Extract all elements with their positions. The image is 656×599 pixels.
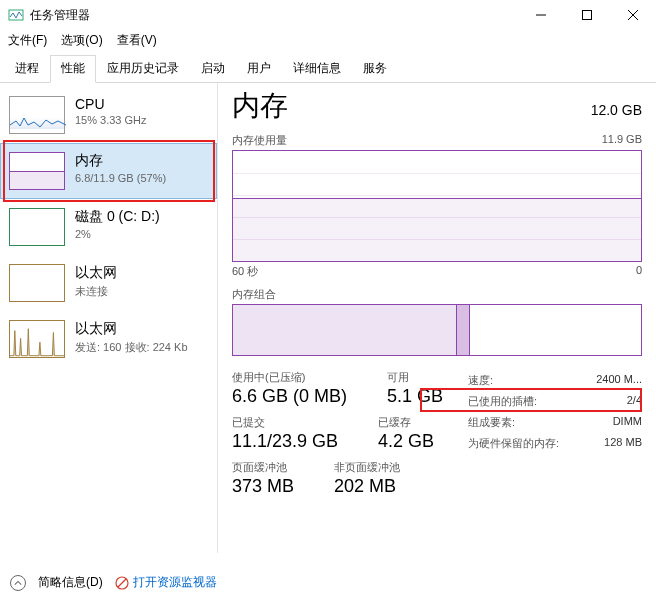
spec-speed-label: 速度: bbox=[468, 373, 493, 388]
footer: 简略信息(D) 打开资源监视器 bbox=[10, 574, 217, 591]
usage-chart-max: 11.9 GB bbox=[602, 133, 642, 148]
sidebar-disk-sub: 2% bbox=[75, 228, 160, 240]
stats-right: 速度: 2400 M... 已使用的插槽: 2/4 组成要素: DIMM 为硬件… bbox=[462, 370, 642, 505]
tab-startup[interactable]: 启动 bbox=[190, 55, 236, 83]
close-button[interactable] bbox=[610, 0, 656, 30]
spec-speed-value: 2400 M... bbox=[596, 373, 642, 388]
cpu-thumb-icon bbox=[9, 96, 65, 134]
spec-reserved-label: 为硬件保留的内存: bbox=[468, 436, 559, 451]
open-resmon-label: 打开资源监视器 bbox=[133, 574, 217, 591]
ethernet-thumb-icon bbox=[9, 264, 65, 302]
stat-inuse-label: 使用中(已压缩) bbox=[232, 370, 347, 385]
resmon-icon bbox=[115, 576, 129, 590]
svg-rect-2 bbox=[583, 11, 592, 20]
sidebar-item-disk[interactable]: 磁盘 0 (C: D:) 2% bbox=[0, 199, 217, 255]
window-title: 任务管理器 bbox=[30, 7, 518, 24]
sidebar: CPU 15% 3.33 GHz 内存 6.8/11.9 GB (57%) 磁盘… bbox=[0, 83, 218, 553]
menu-bar: 文件(F) 选项(O) 查看(V) bbox=[0, 30, 656, 50]
sidebar-cpu-label: CPU bbox=[75, 96, 147, 112]
sidebar-eth2-label: 以太网 bbox=[75, 320, 188, 338]
chevron-up-icon[interactable] bbox=[10, 575, 26, 591]
stat-inuse-value: 6.6 GB (0 MB) bbox=[232, 386, 347, 407]
stat-paged-label: 页面缓冲池 bbox=[232, 460, 294, 475]
stat-committed-value: 11.1/23.9 GB bbox=[232, 431, 338, 452]
tab-details[interactable]: 详细信息 bbox=[282, 55, 352, 83]
stat-cached-value: 4.2 GB bbox=[378, 431, 434, 452]
sidebar-eth2-sub: 发送: 160 接收: 224 Kb bbox=[75, 340, 188, 355]
composition-label: 内存组合 bbox=[232, 287, 642, 302]
stat-avail-value: 5.1 GB bbox=[387, 386, 443, 407]
stat-paged-value: 373 MB bbox=[232, 476, 294, 497]
svg-line-6 bbox=[118, 579, 126, 587]
sidebar-memory-sub: 6.8/11.9 GB (57%) bbox=[75, 172, 166, 184]
usage-chart-label: 内存使用量 bbox=[232, 133, 287, 148]
tab-services[interactable]: 服务 bbox=[352, 55, 398, 83]
stat-nonpaged-value: 202 MB bbox=[334, 476, 400, 497]
spec-reserved-value: 128 MB bbox=[604, 436, 642, 451]
spec-slots-label: 已使用的插槽: bbox=[468, 394, 537, 409]
main-panel: 内存 12.0 GB 内存使用量 11.9 GB 60 秒 0 内存组合 bbox=[218, 83, 656, 553]
spec-form-value: DIMM bbox=[613, 415, 642, 430]
sidebar-cpu-sub: 15% 3.33 GHz bbox=[75, 114, 147, 126]
usage-chart-time: 60 秒 bbox=[232, 264, 258, 279]
stat-avail-label: 可用 bbox=[387, 370, 443, 385]
title-bar: 任务管理器 bbox=[0, 0, 656, 30]
disk-thumb-icon bbox=[9, 208, 65, 246]
open-resmon-link[interactable]: 打开资源监视器 bbox=[115, 574, 217, 591]
sidebar-item-memory[interactable]: 内存 6.8/11.9 GB (57%) bbox=[0, 143, 217, 199]
maximize-button[interactable] bbox=[564, 0, 610, 30]
sidebar-item-ethernet-2[interactable]: 以太网 发送: 160 接收: 224 Kb bbox=[0, 311, 217, 367]
memory-composition-chart[interactable] bbox=[232, 304, 642, 356]
menu-view[interactable]: 查看(V) bbox=[117, 32, 157, 49]
memory-total: 12.0 GB bbox=[591, 102, 642, 118]
sidebar-memory-label: 内存 bbox=[75, 152, 166, 170]
fewer-details-link[interactable]: 简略信息(D) bbox=[38, 574, 103, 591]
spec-slots-value: 2/4 bbox=[627, 394, 642, 409]
sidebar-eth1-label: 以太网 bbox=[75, 264, 117, 282]
ethernet2-thumb-icon bbox=[9, 320, 65, 358]
memory-thumb-icon bbox=[9, 152, 65, 190]
sidebar-item-cpu[interactable]: CPU 15% 3.33 GHz bbox=[0, 87, 217, 143]
main-body: CPU 15% 3.33 GHz 内存 6.8/11.9 GB (57%) 磁盘… bbox=[0, 83, 656, 553]
page-title: 内存 bbox=[232, 87, 288, 125]
menu-file[interactable]: 文件(F) bbox=[8, 32, 47, 49]
sidebar-disk-label: 磁盘 0 (C: D:) bbox=[75, 208, 160, 226]
app-icon bbox=[8, 7, 24, 23]
tab-performance[interactable]: 性能 bbox=[50, 55, 96, 83]
menu-options[interactable]: 选项(O) bbox=[61, 32, 102, 49]
spec-form-label: 组成要素: bbox=[468, 415, 515, 430]
tab-app-history[interactable]: 应用历史记录 bbox=[96, 55, 190, 83]
stat-cached-label: 已缓存 bbox=[378, 415, 434, 430]
tab-processes[interactable]: 进程 bbox=[4, 55, 50, 83]
window-controls bbox=[518, 0, 656, 30]
tab-bar: 进程 性能 应用历史记录 启动 用户 详细信息 服务 bbox=[0, 54, 656, 83]
minimize-button[interactable] bbox=[518, 0, 564, 30]
memory-usage-chart[interactable] bbox=[232, 150, 642, 262]
tab-users[interactable]: 用户 bbox=[236, 55, 282, 83]
stats-left: 使用中(已压缩) 6.6 GB (0 MB) 可用 5.1 GB 已提交 11.… bbox=[232, 370, 462, 505]
stat-committed-label: 已提交 bbox=[232, 415, 338, 430]
sidebar-eth1-sub: 未连接 bbox=[75, 284, 117, 299]
sidebar-item-ethernet-1[interactable]: 以太网 未连接 bbox=[0, 255, 217, 311]
stat-nonpaged-label: 非页面缓冲池 bbox=[334, 460, 400, 475]
usage-chart-zero: 0 bbox=[636, 264, 642, 279]
